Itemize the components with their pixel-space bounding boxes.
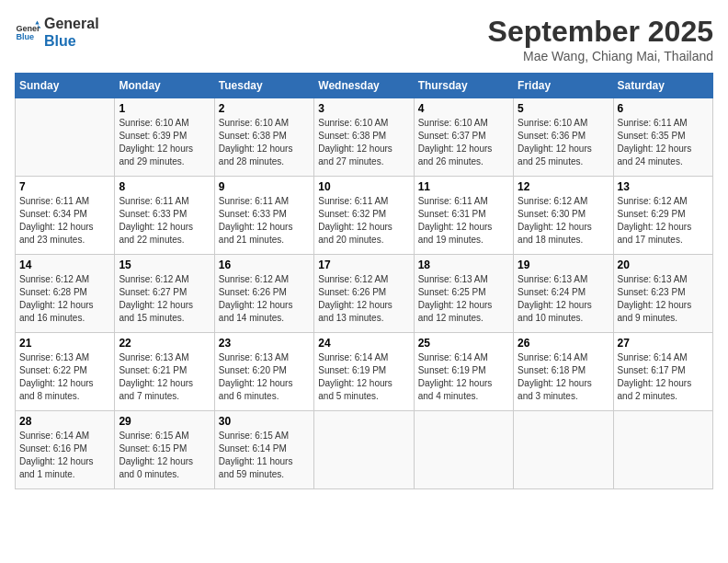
cell-info: Sunrise: 6:12 AM Sunset: 6:30 PM Dayligh… xyxy=(518,195,609,247)
calendar-cell: 18Sunrise: 6:13 AM Sunset: 6:25 PM Dayli… xyxy=(414,255,513,333)
day-number: 19 xyxy=(518,259,609,271)
location: Mae Wang, Chiang Mai, Thailand xyxy=(488,49,713,63)
calendar-cell xyxy=(314,411,414,489)
day-number: 15 xyxy=(119,259,210,271)
day-header-wednesday: Wednesday xyxy=(314,74,414,98)
month-year: September 2025 xyxy=(488,15,713,49)
day-number: 29 xyxy=(119,415,210,428)
day-number: 27 xyxy=(618,337,709,350)
day-number: 23 xyxy=(219,337,310,350)
cell-info: Sunrise: 6:14 AM Sunset: 6:19 PM Dayligh… xyxy=(418,351,509,403)
day-header-monday: Monday xyxy=(115,74,214,98)
calendar-cell: 1Sunrise: 6:10 AM Sunset: 6:39 PM Daylig… xyxy=(115,98,214,177)
logo-line1: General xyxy=(44,15,99,32)
day-number: 8 xyxy=(119,180,210,193)
calendar-cell: 3Sunrise: 6:10 AM Sunset: 6:38 PM Daylig… xyxy=(314,98,414,177)
day-number: 6 xyxy=(618,102,709,115)
title-area: September 2025 Mae Wang, Chiang Mai, Tha… xyxy=(488,15,713,63)
calendar-week-4: 21Sunrise: 6:13 AM Sunset: 6:22 PM Dayli… xyxy=(16,333,713,411)
calendar-cell: 5Sunrise: 6:10 AM Sunset: 6:36 PM Daylig… xyxy=(514,98,613,177)
cell-info: Sunrise: 6:10 AM Sunset: 6:38 PM Dayligh… xyxy=(219,117,310,168)
calendar-cell: 25Sunrise: 6:14 AM Sunset: 6:19 PM Dayli… xyxy=(414,333,513,411)
cell-info: Sunrise: 6:13 AM Sunset: 6:20 PM Dayligh… xyxy=(219,351,310,403)
logo: General Blue General Blue xyxy=(15,15,99,50)
cell-info: Sunrise: 6:15 AM Sunset: 6:14 PM Dayligh… xyxy=(219,430,310,481)
calendar-cell: 24Sunrise: 6:14 AM Sunset: 6:19 PM Dayli… xyxy=(314,333,414,411)
cell-info: Sunrise: 6:11 AM Sunset: 6:33 PM Dayligh… xyxy=(119,195,210,247)
cell-info: Sunrise: 6:11 AM Sunset: 6:32 PM Dayligh… xyxy=(318,195,409,247)
calendar-table: SundayMondayTuesdayWednesdayThursdayFrid… xyxy=(15,73,713,489)
day-number: 14 xyxy=(19,259,110,271)
cell-info: Sunrise: 6:13 AM Sunset: 6:23 PM Dayligh… xyxy=(618,273,709,325)
calendar-week-2: 7Sunrise: 6:11 AM Sunset: 6:34 PM Daylig… xyxy=(16,177,713,255)
calendar-cell: 26Sunrise: 6:14 AM Sunset: 6:18 PM Dayli… xyxy=(514,333,613,411)
day-number: 9 xyxy=(219,180,310,193)
cell-info: Sunrise: 6:12 AM Sunset: 6:29 PM Dayligh… xyxy=(618,195,709,247)
calendar-cell: 30Sunrise: 6:15 AM Sunset: 6:14 PM Dayli… xyxy=(214,411,313,489)
calendar-cell: 6Sunrise: 6:11 AM Sunset: 6:35 PM Daylig… xyxy=(613,98,712,177)
day-number: 17 xyxy=(318,259,409,271)
calendar-cell: 28Sunrise: 6:14 AM Sunset: 6:16 PM Dayli… xyxy=(16,411,115,489)
day-number: 4 xyxy=(418,102,509,115)
cell-info: Sunrise: 6:13 AM Sunset: 6:24 PM Dayligh… xyxy=(518,273,609,325)
calendar-week-3: 14Sunrise: 6:12 AM Sunset: 6:28 PM Dayli… xyxy=(16,255,713,333)
day-number: 16 xyxy=(219,259,310,271)
cell-info: Sunrise: 6:13 AM Sunset: 6:25 PM Dayligh… xyxy=(418,273,509,325)
calendar-cell xyxy=(514,411,613,489)
day-number: 3 xyxy=(318,102,409,115)
calendar-cell: 16Sunrise: 6:12 AM Sunset: 6:26 PM Dayli… xyxy=(214,255,313,333)
calendar-cell: 12Sunrise: 6:12 AM Sunset: 6:30 PM Dayli… xyxy=(514,177,613,255)
calendar-cell: 10Sunrise: 6:11 AM Sunset: 6:32 PM Dayli… xyxy=(314,177,414,255)
calendar-cell: 11Sunrise: 6:11 AM Sunset: 6:31 PM Dayli… xyxy=(414,177,513,255)
cell-info: Sunrise: 6:10 AM Sunset: 6:37 PM Dayligh… xyxy=(418,117,509,168)
cell-info: Sunrise: 6:13 AM Sunset: 6:22 PM Dayligh… xyxy=(19,351,110,403)
day-number: 24 xyxy=(318,337,409,350)
calendar-cell: 23Sunrise: 6:13 AM Sunset: 6:20 PM Dayli… xyxy=(214,333,313,411)
day-number: 2 xyxy=(219,102,310,115)
day-header-thursday: Thursday xyxy=(414,74,513,98)
calendar-cell xyxy=(613,411,712,489)
svg-marker-2 xyxy=(35,21,39,25)
cell-info: Sunrise: 6:14 AM Sunset: 6:17 PM Dayligh… xyxy=(618,351,709,403)
calendar-cell: 29Sunrise: 6:15 AM Sunset: 6:15 PM Dayli… xyxy=(115,411,214,489)
calendar-cell: 4Sunrise: 6:10 AM Sunset: 6:37 PM Daylig… xyxy=(414,98,513,177)
cell-info: Sunrise: 6:12 AM Sunset: 6:27 PM Dayligh… xyxy=(119,273,210,325)
cell-info: Sunrise: 6:12 AM Sunset: 6:28 PM Dayligh… xyxy=(19,273,110,325)
day-number: 11 xyxy=(418,180,509,193)
calendar-week-5: 28Sunrise: 6:14 AM Sunset: 6:16 PM Dayli… xyxy=(16,411,713,489)
cell-info: Sunrise: 6:14 AM Sunset: 6:19 PM Dayligh… xyxy=(318,351,409,403)
header: General Blue General Blue September 2025… xyxy=(15,15,713,63)
day-header-tuesday: Tuesday xyxy=(214,74,313,98)
day-number: 26 xyxy=(518,337,609,350)
calendar-cell xyxy=(414,411,513,489)
cell-info: Sunrise: 6:14 AM Sunset: 6:16 PM Dayligh… xyxy=(19,430,110,481)
calendar-cell: 9Sunrise: 6:11 AM Sunset: 6:33 PM Daylig… xyxy=(214,177,313,255)
calendar-week-1: 1Sunrise: 6:10 AM Sunset: 6:39 PM Daylig… xyxy=(16,98,713,177)
day-header-friday: Friday xyxy=(514,74,613,98)
day-number: 21 xyxy=(19,337,110,350)
day-number: 7 xyxy=(19,180,110,193)
day-number: 1 xyxy=(119,102,210,115)
calendar-cell: 27Sunrise: 6:14 AM Sunset: 6:17 PM Dayli… xyxy=(613,333,712,411)
cell-info: Sunrise: 6:14 AM Sunset: 6:18 PM Dayligh… xyxy=(518,351,609,403)
cell-info: Sunrise: 6:10 AM Sunset: 6:39 PM Dayligh… xyxy=(119,117,210,168)
calendar-cell: 14Sunrise: 6:12 AM Sunset: 6:28 PM Dayli… xyxy=(16,255,115,333)
day-number: 30 xyxy=(219,415,310,428)
day-number: 5 xyxy=(518,102,609,115)
day-number: 18 xyxy=(418,259,509,271)
calendar-cell: 7Sunrise: 6:11 AM Sunset: 6:34 PM Daylig… xyxy=(16,177,115,255)
calendar-cell xyxy=(16,98,115,177)
cell-info: Sunrise: 6:11 AM Sunset: 6:35 PM Dayligh… xyxy=(618,117,709,168)
cell-info: Sunrise: 6:11 AM Sunset: 6:34 PM Dayligh… xyxy=(19,195,110,247)
day-header-sunday: Sunday xyxy=(16,74,115,98)
cell-info: Sunrise: 6:12 AM Sunset: 6:26 PM Dayligh… xyxy=(219,273,310,325)
cell-info: Sunrise: 6:11 AM Sunset: 6:33 PM Dayligh… xyxy=(219,195,310,247)
svg-text:Blue: Blue xyxy=(16,33,34,42)
cell-info: Sunrise: 6:12 AM Sunset: 6:26 PM Dayligh… xyxy=(318,273,409,325)
calendar-cell: 15Sunrise: 6:12 AM Sunset: 6:27 PM Dayli… xyxy=(115,255,214,333)
calendar-cell: 13Sunrise: 6:12 AM Sunset: 6:29 PM Dayli… xyxy=(613,177,712,255)
calendar-body: 1Sunrise: 6:10 AM Sunset: 6:39 PM Daylig… xyxy=(16,98,713,489)
calendar-header-row: SundayMondayTuesdayWednesdayThursdayFrid… xyxy=(16,74,713,98)
calendar-cell: 21Sunrise: 6:13 AM Sunset: 6:22 PM Dayli… xyxy=(16,333,115,411)
cell-info: Sunrise: 6:10 AM Sunset: 6:36 PM Dayligh… xyxy=(518,117,609,168)
